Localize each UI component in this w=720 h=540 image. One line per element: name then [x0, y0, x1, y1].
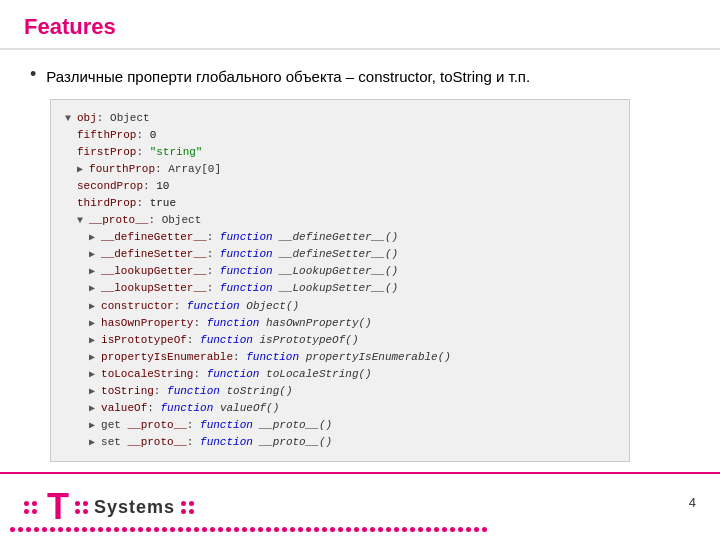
triangle-icon: ▶ [89, 437, 101, 448]
dot [24, 509, 29, 514]
triangle-icon: ▶ [89, 386, 101, 397]
tsystems-logo: T Systems [24, 489, 194, 525]
dot [24, 501, 29, 506]
triangle-icon: ▶ [89, 335, 101, 346]
dot [189, 509, 194, 514]
code-line-1: fifthProp: 0 [65, 127, 615, 144]
code-line-6: ▼ __proto__: Object [65, 212, 615, 229]
code-line-5: thirdProp: true [65, 195, 615, 212]
logo-t-letter: T [47, 489, 69, 525]
triangle-icon: ▶ [89, 283, 101, 294]
dot [75, 509, 80, 514]
triangle-icon: ▶ [89, 232, 101, 243]
dot [189, 501, 194, 506]
code-line-17: ▶ valueOf: function valueOf() [65, 400, 615, 417]
code-line-9: ▶ __lookupGetter__: function __LookupGet… [65, 263, 615, 280]
triangle-icon: ▶ [89, 266, 101, 277]
triangle-icon: ▶ [89, 301, 101, 312]
triangle-icon: ▼ [65, 113, 77, 124]
dot [32, 501, 37, 506]
code-line-12: ▶ hasOwnProperty: function hasOwnPropert… [65, 315, 615, 332]
code-line-4: secondProp: 10 [65, 178, 615, 195]
triangle-icon: ▶ [77, 164, 89, 175]
triangle-icon: ▶ [89, 420, 101, 431]
triangle-icon: ▶ [89, 318, 101, 329]
triangle-icon: ▶ [89, 403, 101, 414]
slide-title: Features [24, 14, 696, 40]
footer-dots-row [0, 527, 720, 532]
code-line-11: ▶ constructor: function Object() [65, 298, 615, 315]
slide-content: • Различные проперти глобального объекта… [0, 50, 720, 472]
logo-left-dots [24, 501, 37, 514]
dot [83, 501, 88, 506]
code-line-15: ▶ toLocaleString: function toLocaleStrin… [65, 366, 615, 383]
bullet-marker: • [30, 64, 36, 85]
triangle-icon: ▶ [89, 369, 101, 380]
triangle-icon: ▼ [77, 215, 89, 226]
dot [32, 509, 37, 514]
code-line-7: ▶ __defineGetter__: function __defineGet… [65, 229, 615, 246]
logo-right-dots [75, 501, 88, 514]
triangle-icon: ▶ [89, 249, 101, 260]
logo-after-dots [181, 501, 194, 514]
page-number: 4 [689, 495, 696, 510]
code-line-0: ▼ obj: Object [65, 110, 615, 127]
code-line-10: ▶ __lookupSetter__: function __LookupSet… [65, 280, 615, 297]
code-line-14: ▶ propertyIsEnumerable: function propert… [65, 349, 615, 366]
dot [181, 501, 186, 506]
code-line-2: firstProp: "string" [65, 144, 615, 161]
dot [181, 509, 186, 514]
code-line-16: ▶ toString: function toString() [65, 383, 615, 400]
code-line-19: ▶ set __proto__: function __proto__() [65, 434, 615, 451]
slide-footer: T Systems [0, 472, 720, 540]
code-line-3: ▶ fourthProp: Array[0] [65, 161, 615, 178]
slide-header: Features [0, 0, 720, 50]
code-line-13: ▶ isPrototypeOf: function isPrototypeOf(… [65, 332, 615, 349]
dot [83, 509, 88, 514]
slide: Features • Различные проперти глобальног… [0, 0, 720, 540]
bullet-item: • Различные проперти глобального объекта… [30, 66, 690, 87]
code-line-18: ▶ get __proto__: function __proto__() [65, 417, 615, 434]
bullet-text: Различные проперти глобального объекта –… [46, 66, 530, 87]
logo-systems-text: Systems [94, 497, 175, 518]
code-block: ▼ obj: Object fifthProp: 0 firstProp: "s… [50, 99, 630, 462]
dot [75, 501, 80, 506]
code-line-8: ▶ __defineSetter__: function __defineSet… [65, 246, 615, 263]
triangle-icon: ▶ [89, 352, 101, 363]
